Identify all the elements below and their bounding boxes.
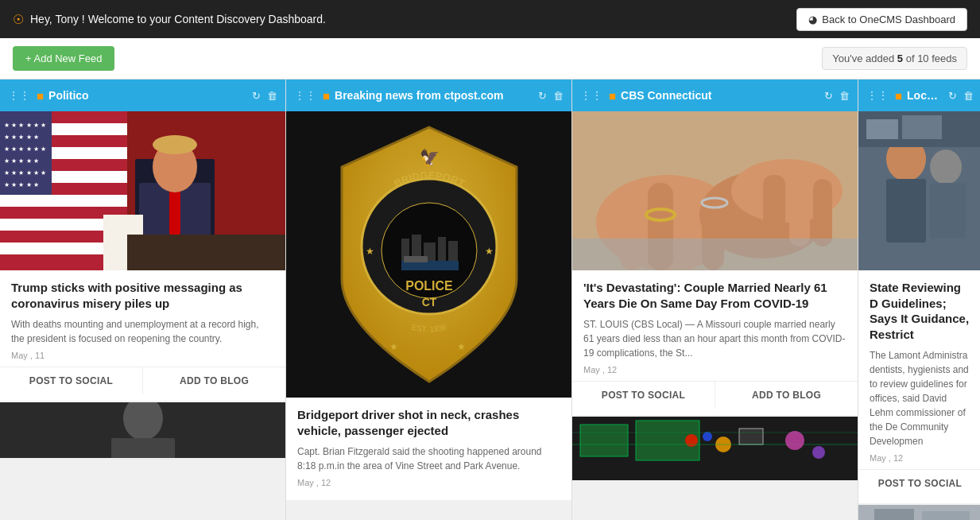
card-body-state: State Reviewing D Guidelines; Says It Gu… — [858, 270, 980, 503]
drag-handle-icon[interactable]: ⋮⋮ — [580, 89, 602, 102]
refresh-icon[interactable]: ↻ — [538, 90, 547, 102]
svg-point-67 — [703, 432, 712, 441]
svg-text:★: ★ — [457, 341, 466, 352]
svg-rect-61 — [813, 179, 832, 246]
rss-icon: ■ — [609, 89, 616, 103]
svg-text:🦅: 🦅 — [419, 148, 439, 167]
refresh-icon[interactable]: ↻ — [948, 90, 957, 102]
back-to-dashboard-button[interactable]: ◕ Back to OneCMS Dashboard — [796, 8, 967, 31]
refresh-icon[interactable]: ↻ — [824, 90, 833, 102]
drag-handle-icon[interactable]: ⋮⋮ — [866, 89, 889, 102]
col-title-politico: Politico — [48, 89, 247, 102]
article-card-badge: 🦅 BRIDGEPORT — [286, 111, 571, 500]
svg-rect-59 — [763, 175, 785, 246]
svg-text:★: ★ — [389, 341, 398, 352]
column-nbc: ⋮⋮ ■ Local – NBC Co ↻ 🗑 — [858, 80, 980, 520]
card-actions-state: POST TO SOCIAL — [858, 469, 980, 497]
article-date-couple: May , 12 — [583, 365, 846, 374]
article-card-2 — [0, 402, 285, 458]
col-header-politico: ⋮⋮ ■ Politico ↻ 🗑 — [0, 80, 285, 111]
col-actions: ↻ 🗑 — [538, 90, 564, 102]
svg-rect-64 — [580, 425, 628, 456]
article-title-state: State Reviewing D Guidelines; Says It Gu… — [870, 280, 970, 342]
article-date: May , 11 — [11, 351, 274, 360]
article-date-state: May , 12 — [870, 453, 970, 463]
svg-text:★ ★ ★ ★ ★: ★ ★ ★ ★ ★ — [4, 181, 39, 188]
column-ctpost: ⋮⋮ ■ Breaking news from ctpost.com ↻ 🗑 — [286, 80, 572, 520]
article-card-couple: 'It's Devastating': Couple Married Nearl… — [572, 111, 858, 415]
delete-icon[interactable]: 🗑 — [839, 90, 850, 102]
article-excerpt-couple: ST. LOUIS (CBS Local) — A Missouri coupl… — [583, 317, 846, 360]
delete-icon[interactable]: 🗑 — [267, 90, 277, 102]
article-excerpt: With deaths mounting and unemployment at… — [11, 317, 274, 346]
rss-icon: ■ — [37, 89, 44, 103]
svg-text:★ ★ ★ ★ ★ ★: ★ ★ ★ ★ ★ ★ — [4, 169, 46, 177]
post-to-social-button[interactable]: POST TO SOCIAL — [858, 470, 980, 497]
col-title-ctpost: Breaking news from ctpost.com — [335, 89, 533, 102]
sub-bar: + Add New Feed You've added 5 of 10 feed… — [0, 38, 980, 80]
svg-point-73 — [812, 446, 825, 459]
add-to-blog-button[interactable]: ADD TO BLOG — [143, 367, 285, 394]
svg-text:★: ★ — [366, 246, 374, 257]
svg-rect-39 — [448, 241, 458, 262]
column-cbs: ⋮⋮ ■ CBS Connecticut ↻ 🗑 — [572, 80, 858, 520]
column-politico: ⋮⋮ ■ Politico ↻ 🗑 — [0, 80, 286, 520]
col-header-nbc: ⋮⋮ ■ Local – NBC Co ↻ 🗑 — [858, 80, 980, 111]
svg-text:POLICE: POLICE — [405, 279, 453, 293]
svg-point-25 — [153, 135, 197, 154]
svg-rect-30 — [111, 438, 175, 458]
svg-text:★ ★ ★ ★ ★: ★ ★ ★ ★ ★ — [4, 157, 39, 165]
article-card-electronics — [572, 417, 858, 480]
article-image: ★ ★ ★ ★ ★ ★ ★ ★ ★ ★ ★ ★ ★ ★ ★ ★ ★ ★ ★ ★ … — [0, 111, 285, 270]
article-excerpt-bridge: Capt. Brian Fitzgerald said the shooting… — [297, 444, 560, 473]
svg-rect-8 — [0, 195, 127, 207]
svg-rect-84 — [922, 511, 970, 520]
feeds-counter: You've added 5 of 10 feeds — [822, 47, 967, 70]
col-header-ctpost: ⋮⋮ ■ Breaking news from ctpost.com ↻ 🗑 — [286, 80, 571, 111]
delete-icon[interactable]: 🗑 — [553, 90, 564, 102]
rss-icon-top: ☉ — [13, 12, 24, 27]
svg-rect-83 — [874, 509, 914, 520]
article-image-badge: 🦅 BRIDGEPORT — [286, 111, 571, 398]
svg-point-77 — [930, 149, 962, 184]
refresh-icon[interactable]: ↻ — [252, 90, 261, 102]
svg-text:★ ★ ★ ★ ★ ★: ★ ★ ★ ★ ★ ★ — [4, 146, 46, 153]
dashboard-icon: ◕ — [808, 14, 817, 25]
col-title-nbc: Local – NBC Co — [907, 89, 943, 102]
post-to-social-button[interactable]: POST TO SOCIAL — [572, 382, 715, 409]
svg-rect-62 — [572, 239, 858, 270]
top-bar: ☉ Hey, Tony ! Welcome to your Content Di… — [0, 0, 980, 38]
drag-handle-icon[interactable]: ⋮⋮ — [8, 89, 30, 102]
drag-handle-icon[interactable]: ⋮⋮ — [294, 89, 316, 102]
svg-text:CT: CT — [421, 296, 436, 309]
add-feed-button[interactable]: + Add New Feed — [13, 46, 114, 71]
rss-icon: ■ — [895, 89, 902, 103]
svg-rect-80 — [866, 119, 898, 139]
col-header-cbs: ⋮⋮ ■ CBS Connecticut ↻ 🗑 — [572, 80, 858, 111]
card-body-couple: 'It's Devastating': Couple Married Nearl… — [572, 270, 858, 415]
add-to-blog-button[interactable]: ADD TO BLOG — [715, 382, 858, 409]
article-image-electronics — [572, 417, 858, 480]
top-bar-left: ☉ Hey, Tony ! Welcome to your Content Di… — [13, 12, 326, 27]
svg-rect-27 — [127, 235, 285, 270]
svg-rect-23 — [169, 187, 180, 235]
svg-rect-38 — [438, 237, 446, 262]
svg-text:★: ★ — [485, 246, 494, 257]
svg-rect-60 — [789, 171, 810, 246]
article-title-bridge: Bridgeport driver shot in neck, crashes … — [297, 407, 560, 438]
article-card: ★ ★ ★ ★ ★ ★ ★ ★ ★ ★ ★ ★ ★ ★ ★ ★ ★ ★ ★ ★ … — [0, 111, 285, 401]
svg-point-66 — [685, 434, 698, 447]
svg-rect-76 — [886, 179, 926, 243]
columns-container: ⋮⋮ ■ Politico ↻ 🗑 — [0, 80, 980, 520]
card-body-bridge: Bridgeport driver shot in neck, crashes … — [286, 398, 571, 500]
article-card-nbc-2 — [858, 505, 980, 520]
article-image-state — [858, 111, 980, 270]
col-actions: ↻ 🗑 — [252, 90, 277, 102]
delete-icon[interactable]: 🗑 — [963, 90, 974, 102]
post-to-social-button[interactable]: POST TO SOCIAL — [0, 367, 143, 394]
article-title-couple: 'It's Devastating': Couple Married Nearl… — [583, 280, 846, 311]
card-actions-couple: POST TO SOCIAL ADD TO BLOG — [572, 381, 858, 409]
svg-point-72 — [785, 431, 804, 450]
article-date-bridge: May , 12 — [297, 478, 560, 487]
article-image-couple — [572, 111, 858, 270]
